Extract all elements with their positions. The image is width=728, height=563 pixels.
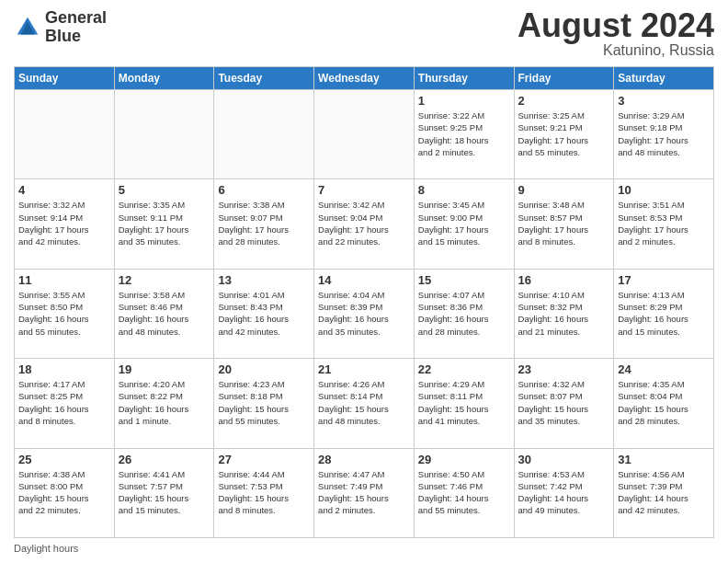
day-info: Sunrise: 4:20 AM Sunset: 8:22 PM Dayligh… [119,378,210,427]
header-tuesday: Tuesday [214,67,314,90]
day-number: 27 [218,453,310,466]
day-number: 22 [418,362,510,376]
calendar-cell: 6Sunrise: 3:38 AM Sunset: 9:07 PM Daylig… [214,179,314,269]
calendar-cell: 27Sunrise: 4:44 AM Sunset: 7:53 PM Dayli… [214,448,314,537]
day-info: Sunrise: 4:32 AM Sunset: 8:07 PM Dayligh… [518,378,610,427]
day-number: 11 [18,273,110,287]
location: Katunino, Russia [518,42,714,59]
calendar-cell: 3Sunrise: 3:29 AM Sunset: 9:18 PM Daylig… [614,90,714,179]
calendar-cell: 28Sunrise: 4:47 AM Sunset: 7:49 PM Dayli… [314,448,415,537]
calendar-cell: 12Sunrise: 3:58 AM Sunset: 8:46 PM Dayli… [114,269,214,358]
calendar-cell: 19Sunrise: 4:20 AM Sunset: 8:22 PM Dayli… [114,359,214,448]
day-number: 29 [418,453,510,466]
day-number: 23 [518,362,610,376]
day-info: Sunrise: 3:55 AM Sunset: 8:50 PM Dayligh… [18,289,110,338]
calendar-cell: 13Sunrise: 4:01 AM Sunset: 8:43 PM Dayli… [214,269,314,358]
logo-line1: General [45,9,107,28]
week-row-4: 18Sunrise: 4:17 AM Sunset: 8:25 PM Dayli… [15,359,714,448]
calendar-cell: 7Sunrise: 3:42 AM Sunset: 9:04 PM Daylig… [314,179,415,269]
day-info: Sunrise: 4:41 AM Sunset: 7:57 PM Dayligh… [119,468,210,517]
header-sunday: Sunday [15,67,115,90]
calendar-cell: 26Sunrise: 4:41 AM Sunset: 7:57 PM Dayli… [114,448,214,537]
week-row-3: 11Sunrise: 3:55 AM Sunset: 8:50 PM Dayli… [15,269,714,358]
calendar-cell: 10Sunrise: 3:51 AM Sunset: 8:53 PM Dayli… [614,179,714,269]
day-info: Sunrise: 3:48 AM Sunset: 8:57 PM Dayligh… [518,199,610,247]
day-number: 25 [18,453,110,466]
day-number: 30 [518,453,610,466]
calendar-cell: 21Sunrise: 4:26 AM Sunset: 8:14 PM Dayli… [314,359,415,448]
calendar-cell [314,90,415,179]
calendar-cell: 18Sunrise: 4:17 AM Sunset: 8:25 PM Dayli… [15,359,115,448]
calendar-cell: 16Sunrise: 4:10 AM Sunset: 8:32 PM Dayli… [514,269,614,358]
day-number: 8 [418,183,510,197]
day-number: 6 [218,183,310,197]
calendar-cell: 17Sunrise: 4:13 AM Sunset: 8:29 PM Dayli… [614,269,714,358]
calendar-cell: 24Sunrise: 4:35 AM Sunset: 8:04 PM Dayli… [614,359,714,448]
calendar-cell: 2Sunrise: 3:25 AM Sunset: 9:21 PM Daylig… [514,90,614,179]
calendar-cell: 14Sunrise: 4:04 AM Sunset: 8:39 PM Dayli… [314,269,415,358]
day-info: Sunrise: 4:10 AM Sunset: 8:32 PM Dayligh… [518,289,610,338]
day-number: 14 [318,273,410,287]
day-info: Sunrise: 3:58 AM Sunset: 8:46 PM Dayligh… [119,289,210,338]
day-number: 1 [418,94,510,108]
day-number: 4 [18,183,110,197]
calendar-cell: 11Sunrise: 3:55 AM Sunset: 8:50 PM Dayli… [15,269,115,358]
day-number: 3 [618,94,710,108]
day-info: Sunrise: 4:47 AM Sunset: 7:49 PM Dayligh… [318,468,410,517]
day-info: Sunrise: 4:38 AM Sunset: 8:00 PM Dayligh… [18,468,110,517]
calendar-cell [15,90,115,179]
day-info: Sunrise: 4:23 AM Sunset: 8:18 PM Dayligh… [218,378,310,427]
day-number: 17 [618,273,710,287]
day-info: Sunrise: 4:13 AM Sunset: 8:29 PM Dayligh… [618,289,710,338]
day-number: 20 [218,362,310,376]
logo-line2: Blue [45,28,107,46]
day-info: Sunrise: 4:29 AM Sunset: 8:11 PM Dayligh… [418,378,510,427]
day-number: 24 [618,362,710,376]
day-info: Sunrise: 3:32 AM Sunset: 9:14 PM Dayligh… [18,199,110,247]
calendar-cell: 25Sunrise: 4:38 AM Sunset: 8:00 PM Dayli… [15,448,115,537]
week-row-5: 25Sunrise: 4:38 AM Sunset: 8:00 PM Dayli… [15,448,714,537]
day-info: Sunrise: 4:44 AM Sunset: 7:53 PM Dayligh… [218,468,310,517]
day-number: 26 [119,453,210,466]
header-saturday: Saturday [614,67,714,90]
day-info: Sunrise: 4:07 AM Sunset: 8:36 PM Dayligh… [418,289,510,338]
day-number: 10 [618,183,710,197]
day-number: 28 [318,453,410,466]
day-number: 15 [418,273,510,287]
calendar-cell: 15Sunrise: 4:07 AM Sunset: 8:36 PM Dayli… [414,269,514,358]
day-number: 19 [119,362,210,376]
day-info: Sunrise: 3:38 AM Sunset: 9:07 PM Dayligh… [218,199,310,247]
title-block: August 2024 Katunino, Russia [518,9,714,59]
calendar-cell: 8Sunrise: 3:45 AM Sunset: 9:00 PM Daylig… [414,179,514,269]
header-friday: Friday [514,67,614,90]
day-number: 21 [318,362,410,376]
day-info: Sunrise: 3:42 AM Sunset: 9:04 PM Dayligh… [318,199,410,247]
day-number: 5 [119,183,210,197]
logo-text: General Blue [45,9,107,46]
day-info: Sunrise: 3:35 AM Sunset: 9:11 PM Dayligh… [119,199,210,247]
header-wednesday: Wednesday [314,67,415,90]
calendar-cell: 30Sunrise: 4:53 AM Sunset: 7:42 PM Dayli… [514,448,614,537]
calendar-cell: 23Sunrise: 4:32 AM Sunset: 8:07 PM Dayli… [514,359,614,448]
day-number: 16 [518,273,610,287]
day-info: Sunrise: 4:50 AM Sunset: 7:46 PM Dayligh… [418,468,510,517]
day-number: 13 [218,273,310,287]
day-info: Sunrise: 3:25 AM Sunset: 9:21 PM Dayligh… [518,109,610,158]
calendar-cell: 31Sunrise: 4:56 AM Sunset: 7:39 PM Dayli… [614,448,714,537]
header-monday: Monday [114,67,214,90]
day-number: 18 [18,362,110,376]
day-number: 31 [618,453,710,466]
day-info: Sunrise: 3:22 AM Sunset: 9:25 PM Dayligh… [418,109,510,158]
day-info: Sunrise: 3:29 AM Sunset: 9:18 PM Dayligh… [618,109,710,158]
week-row-2: 4Sunrise: 3:32 AM Sunset: 9:14 PM Daylig… [15,179,714,269]
calendar-cell: 1Sunrise: 3:22 AM Sunset: 9:25 PM Daylig… [414,90,514,179]
calendar-header-row: SundayMondayTuesdayWednesdayThursdayFrid… [15,67,714,90]
calendar-cell: 22Sunrise: 4:29 AM Sunset: 8:11 PM Dayli… [414,359,514,448]
week-row-1: 1Sunrise: 3:22 AM Sunset: 9:25 PM Daylig… [15,90,714,179]
calendar-cell [114,90,214,179]
day-info: Sunrise: 4:56 AM Sunset: 7:39 PM Dayligh… [618,468,710,517]
footer-note: Daylight hours [14,543,78,554]
day-info: Sunrise: 4:26 AM Sunset: 8:14 PM Dayligh… [318,378,410,427]
calendar-cell: 9Sunrise: 3:48 AM Sunset: 8:57 PM Daylig… [514,179,614,269]
day-info: Sunrise: 4:53 AM Sunset: 7:42 PM Dayligh… [518,468,610,517]
